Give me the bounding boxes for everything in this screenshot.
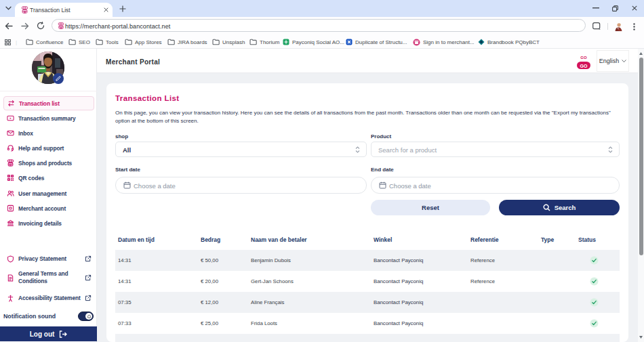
svg-text:GO: GO	[580, 56, 587, 60]
svg-text:GO: GO	[580, 64, 588, 68]
